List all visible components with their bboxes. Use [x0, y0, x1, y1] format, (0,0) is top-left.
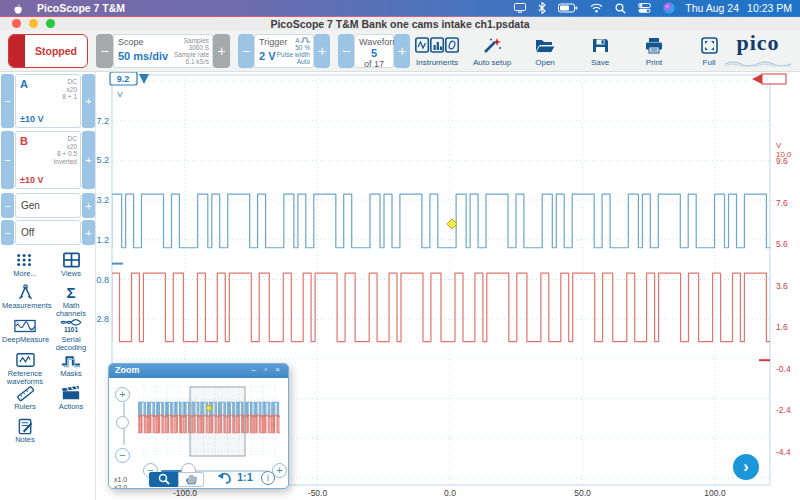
- menu-clock-time[interactable]: 10:23 PM: [747, 2, 792, 14]
- control-center-icon[interactable]: [638, 3, 651, 13]
- sidebar-item-reference-waveforms[interactable]: Reference waveforms: [2, 352, 48, 384]
- trigger-panel[interactable]: Trigger 2 V A 50 % Pulse width Auto: [254, 34, 314, 68]
- trigger-info: A 50 % Pulse width Auto: [277, 37, 310, 65]
- zoom-in-button[interactable]: +: [115, 387, 130, 402]
- more-icon: [16, 252, 34, 268]
- zoom-out-button[interactable]: −: [115, 448, 130, 463]
- svg-text:5.2: 5.2: [96, 155, 109, 165]
- menu-bar: PicoScope 7 T&M Thu Aug 24 10:23 PM: [0, 0, 800, 16]
- print-button[interactable]: Print: [634, 34, 674, 70]
- sidebar-item-serial-decoding[interactable]: 1101 Serial decoding: [48, 318, 94, 350]
- gen-state[interactable]: Off: [15, 220, 81, 245]
- wifi-icon[interactable]: [590, 3, 603, 13]
- scope-decrease-button[interactable]: −: [96, 34, 113, 68]
- full-icon: [701, 37, 718, 54]
- zoom-window-title: Zoom: [115, 365, 140, 375]
- sidebar-item-measurements[interactable]: Measurements: [2, 284, 48, 316]
- svg-text:-2.4: -2.4: [776, 405, 791, 415]
- channel-a-meta: DC x20 8 + 1: [62, 78, 77, 101]
- sidebar-item-actions[interactable]: Actions: [48, 385, 94, 417]
- gen-off-collapse-button[interactable]: −: [1, 220, 14, 245]
- zoom-vertical-slider[interactable]: + −: [115, 384, 133, 462]
- sidebar-item-rulers[interactable]: Rulers: [2, 385, 48, 417]
- magnifier-icon: [157, 473, 171, 485]
- menu-clock-date[interactable]: Thu Aug 24: [685, 2, 739, 14]
- generator-state-panel: − Off +: [1, 220, 95, 245]
- zoom-window-titlebar[interactable]: Zoom – ▫ ×: [109, 364, 288, 378]
- apple-menu-icon[interactable]: [10, 1, 23, 15]
- svg-text:7.2: 7.2: [96, 116, 109, 126]
- waveform-previous-button[interactable]: −: [338, 34, 354, 68]
- sidebar-item-views[interactable]: Views: [48, 252, 94, 284]
- svg-text:1.6: 1.6: [776, 322, 788, 332]
- channel-b-settings[interactable]: B DC x20 8 + 0.5 Inverted ±10 V: [15, 131, 81, 189]
- pan-tool-button[interactable]: [178, 472, 204, 487]
- zoom-overlay-window[interactable]: Zoom – ▫ × + − − + x1.0 x2.0: [108, 363, 289, 489]
- svg-text:-2.8: -2.8: [96, 314, 109, 324]
- zoom-v-handle[interactable]: [116, 416, 129, 429]
- scope-sample-info: Samples 3060 S Sample rate 6.1 kS/s: [174, 37, 209, 65]
- generator-panel: − Gen +: [1, 193, 95, 218]
- svg-text:9.2: 9.2: [117, 74, 130, 84]
- svg-text:-0.8: -0.8: [96, 275, 109, 285]
- info-button[interactable]: i: [261, 471, 275, 485]
- gen-off-expand-button[interactable]: +: [82, 220, 95, 245]
- sidebar-item-notes[interactable]: Notes: [2, 418, 48, 450]
- hand-icon: [185, 473, 197, 485]
- menu-app-name[interactable]: PicoScope 7 T&M: [37, 2, 125, 14]
- sidebar: − A DC x20 8 + 1 ±10 V + − B DC x20 8 + …: [0, 72, 96, 500]
- open-button[interactable]: Open: [524, 34, 566, 70]
- channel-b-panel: − B DC x20 8 + 0.5 Inverted ±10 V +: [1, 131, 95, 189]
- sidebar-item-more[interactable]: More...: [2, 252, 48, 284]
- sidebar-item-math-channels[interactable]: Σ Math channels: [48, 284, 94, 316]
- battery-icon[interactable]: [558, 3, 578, 13]
- search-icon[interactable]: [615, 3, 626, 14]
- window-title-bar: PicoScope 7 T&M Bank one cams intake ch1…: [0, 16, 800, 30]
- sidebar-item-deepmeasure[interactable]: DeepMeasure: [2, 318, 48, 350]
- channel-b-collapse-button[interactable]: −: [1, 131, 14, 189]
- trigger-increase-button[interactable]: +: [314, 34, 330, 68]
- scope-increase-button[interactable]: +: [213, 34, 230, 68]
- waveform-index: 5: [359, 47, 389, 59]
- gen-expand-button[interactable]: +: [82, 193, 95, 218]
- svg-text:3.6: 3.6: [776, 281, 788, 291]
- save-button[interactable]: Save: [580, 34, 620, 70]
- toolbar: Stopped − Scope 50 ms/div Samples 3060 S…: [0, 30, 800, 72]
- trigger-decrease-button[interactable]: −: [238, 34, 254, 68]
- sidebar-item-masks[interactable]: Masks: [48, 352, 94, 384]
- channel-a-collapse-button[interactable]: −: [1, 74, 14, 128]
- window-title: PicoScope 7 T&M Bank one cams intake ch1…: [0, 18, 800, 30]
- open-icon: [535, 37, 556, 54]
- zoom-select-tool-button[interactable]: [149, 472, 178, 487]
- measurements-icon: [17, 284, 34, 301]
- waveform-panel[interactable]: Waveform 5 of 17: [354, 34, 394, 68]
- serial-decoding-icon: 1101: [60, 318, 82, 335]
- auto-setup-button[interactable]: Auto setup: [468, 34, 516, 70]
- gen-collapse-button[interactable]: −: [1, 193, 14, 218]
- bluetooth-icon[interactable]: [538, 2, 546, 14]
- channel-b-expand-button[interactable]: +: [82, 131, 95, 189]
- reference-waveforms-icon: [16, 352, 35, 368]
- notes-icon: [17, 418, 34, 435]
- masks-icon: [61, 352, 81, 368]
- scope-panel[interactable]: Scope 50 ms/div Samples 3060 S Sample ra…: [113, 34, 213, 68]
- display-icon[interactable]: [514, 3, 526, 13]
- zoom-window-buttons[interactable]: – ▫ ×: [252, 365, 283, 374]
- channel-a-expand-button[interactable]: +: [82, 74, 95, 128]
- actions-icon: [61, 385, 81, 401]
- waveform-label: Waveform: [359, 37, 389, 47]
- undo-zoom-button[interactable]: [217, 471, 232, 487]
- instruments-button[interactable]: Instruments: [408, 34, 466, 70]
- stopped-button[interactable]: Stopped: [8, 34, 88, 68]
- zoom-overview-chart[interactable]: [138, 381, 280, 459]
- one-to-one-button[interactable]: 1:1: [237, 471, 253, 483]
- svg-text:50.0: 50.0: [574, 488, 591, 498]
- next-page-button[interactable]: ›: [733, 454, 759, 480]
- channel-a-settings[interactable]: A DC x20 8 + 1 ±10 V: [15, 74, 81, 128]
- svg-text:-4.4: -4.4: [776, 447, 791, 457]
- svg-text:1101: 1101: [64, 326, 78, 333]
- channel-a-range: ±10 V: [20, 114, 43, 124]
- svg-text:7.6: 7.6: [776, 198, 788, 208]
- siri-icon[interactable]: [663, 2, 675, 14]
- gen-label[interactable]: Gen: [15, 193, 81, 218]
